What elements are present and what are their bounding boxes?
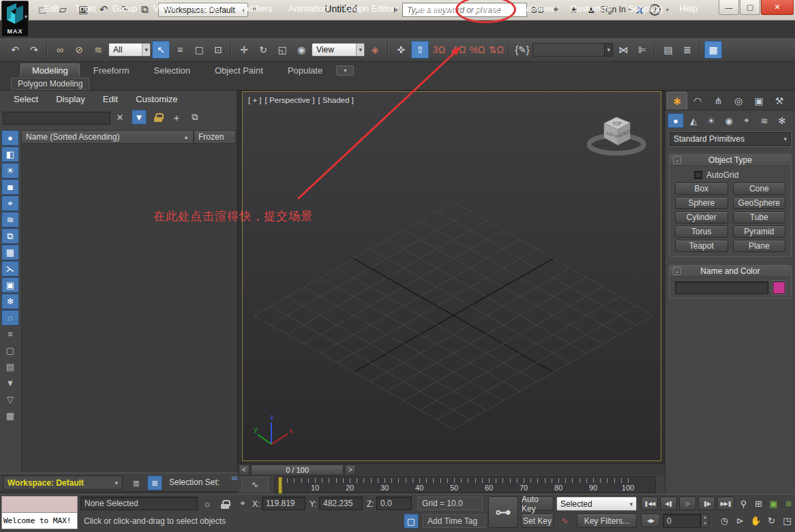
tab-motion[interactable]: ◎ [728,92,749,110]
clear-search-icon[interactable]: ✕ [113,110,127,125]
play-icon[interactable]: ▷ [679,497,696,510]
display-geometry-icon[interactable]: ● [1,130,19,146]
maxscript-mini-listener[interactable] [1,496,78,512]
menu-item-edit[interactable]: Edit [35,0,67,18]
menu-item-help[interactable]: Help [671,0,706,18]
mirror-icon[interactable]: ⋈ ▾ [614,41,632,59]
column-header-frozen[interactable]: Frozen [194,130,236,144]
trackbar-ruler[interactable]: 0102030405060708090100 [274,476,656,493]
ribbon-tab-modeling[interactable]: Modeling [20,63,80,77]
helpers-icon[interactable]: ⌖ [738,113,755,128]
name-and-color-rollout-header[interactable]: - Name and Color [670,266,791,277]
spinner-snap-icon[interactable]: ⇅Ω ▾ [487,41,505,59]
tube-button[interactable]: Tube [733,211,786,223]
column-header-name[interactable]: Name (Sorted Ascending) ▲ [21,130,194,144]
current-time-marker[interactable] [278,477,282,494]
viewport-shading-menu[interactable]: [ Shaded ] [318,96,353,104]
pick-add-icon[interactable]: + [170,110,183,125]
named-selection-sets-dropdown[interactable]: ▾ [532,43,613,57]
display-lights-icon[interactable]: ☀ [1,163,19,178]
time-configuration-icon[interactable]: ◷ [717,514,732,527]
undo-icon[interactable]: ↶ ▾ [6,41,24,59]
tab-display[interactable]: ▣ [749,92,769,110]
systems-icon[interactable]: ✻ [774,113,790,128]
collapse-icon[interactable]: - [673,267,681,275]
bind-to-space-warp-icon[interactable]: ≋ ▾ [89,41,107,59]
close-button[interactable]: ✕ [761,0,794,15]
menu-item-scripting[interactable]: Scripting [620,0,672,18]
select-and-link-icon[interactable]: ∞ ▾ [51,41,69,59]
select-and-manipulate-icon[interactable]: ✜ ▾ [392,41,410,59]
current-frame-field[interactable]: 0 [663,514,701,528]
layer-explorer-toggle-icon[interactable]: ≣ ▾ [678,41,696,59]
reference-coordinate-system-dropdown[interactable]: View ▾ [312,43,365,57]
explorer-object-list[interactable] [21,144,236,472]
menu-item-xuandekuai[interactable]: 渲得快 [464,0,507,18]
sphere-button[interactable]: Sphere [675,197,728,209]
primitive-category-dropdown[interactable]: Standard Primitives ▾ [670,132,791,146]
menu-item-views[interactable]: Views [145,0,185,18]
orbit-icon[interactable]: ↻ [764,514,779,527]
time-slider-handle[interactable]: 0 / 100 [251,465,344,475]
next-frame-icon[interactable]: ❚▶ [698,497,715,510]
select-and-move-icon[interactable]: ✛ ▾ [235,41,253,59]
maxscript-listener-output[interactable]: Welcome to MAX! [1,512,78,529]
frame-spinner[interactable]: ▴ ▾ [701,514,709,527]
key-filters-button[interactable]: Key Filters... [577,514,637,528]
maximize-viewport-toggle-icon[interactable]: ◳ [780,514,794,527]
cone-button[interactable]: Cone [733,183,786,195]
edit-named-selection-sets-icon[interactable]: {✎} ▾ [513,41,531,59]
tab-modify[interactable]: ◠ [687,92,708,110]
display-xrefs-icon[interactable]: ▦ [1,245,19,260]
plane-button[interactable]: Plane [733,240,786,252]
rectangular-selection-region-icon[interactable]: ▢ ▾ [190,41,208,59]
teapot-button[interactable]: Teapot [675,240,728,252]
maximize-button[interactable]: ▢ [740,0,760,15]
transform-typein-toggle-icon[interactable]: ⌖ [236,497,250,510]
ribbon-tab-populate[interactable]: Populate [277,64,333,77]
set-key-button[interactable]: Set Key [521,514,554,528]
align-icon[interactable]: ⊫ ▾ [633,41,651,59]
view-blank-icon[interactable]: ▢ [1,343,19,358]
previous-frame-button[interactable]: < [239,465,250,475]
explorer-menu-select[interactable]: Select [14,94,38,104]
key-set-dropdown[interactable]: Selected ▾ [556,497,637,511]
polygon-modeling-panel-button[interactable]: Polygon Modeling [11,78,89,90]
menu-item-tools[interactable]: Tools [67,0,104,18]
display-space-warps-icon[interactable]: ≋ [1,212,19,228]
mini-curve-editor-icon[interactable]: ∿ [241,477,269,492]
new-key-curve-icon[interactable]: ∿ [558,514,571,527]
explorer-menu-edit[interactable]: Edit [103,94,118,104]
filter-funnel-icon[interactable]: ▼ [1,375,19,391]
object-name-field[interactable] [675,281,768,294]
set-keys-button[interactable]: ⊶ [488,497,518,528]
unlink-selection-icon[interactable]: ⊘ ▾ [70,41,88,59]
viewcube[interactable]: TOP LEFT FRONT [579,106,654,161]
layers-icon[interactable]: ≣ [130,475,143,490]
window-crossing-icon[interactable]: ⊡ ▾ [209,41,227,59]
space-warps-icon[interactable]: ≋ [756,113,772,128]
zoom-all-icon[interactable]: ⊞ [751,497,766,510]
menu-item-customize[interactable]: Customize [562,0,620,18]
object-type-rollout-header[interactable]: - Object Type [670,155,791,166]
keyboard-shortcut-override-icon[interactable]: ⇧ ▾ [411,41,429,59]
box-button[interactable]: Box [675,183,728,195]
select-and-rotate-icon[interactable]: ↻ ▾ [254,41,272,59]
menu-item-rendering[interactable]: Rendering [407,0,464,18]
torus-button[interactable]: Torus [675,225,728,238]
view-list-icon[interactable]: ≡ [1,326,19,342]
minimize-button[interactable]: — [719,0,739,15]
cameras-icon[interactable]: ◉ [721,113,737,128]
display-bones-icon[interactable]: ⋋ [1,261,19,277]
display-frozen-icon[interactable]: ❄ [1,294,19,309]
sync-selection-icon[interactable]: ▦ [1,408,19,424]
perspective-viewport[interactable]: [ + ] [ Perspective ] [ Shaded ] TOP LEF… [242,91,661,461]
tab-hierarchy[interactable]: ⋔ [708,92,728,110]
isolate-selection-icon[interactable]: ▢ [404,514,419,529]
view-detail-icon[interactable]: ▤ [1,359,19,375]
menu-item-animation[interactable]: Animation [280,0,336,18]
scene-explorer-toggle-icon[interactable]: ▤ ▾ [659,41,677,59]
z-coordinate-field[interactable]: 0.0 [376,497,412,510]
menu-item-civil-view[interactable]: Civil View [507,0,562,18]
use-pivot-point-center-icon[interactable]: ◈ ▾ [366,41,384,59]
